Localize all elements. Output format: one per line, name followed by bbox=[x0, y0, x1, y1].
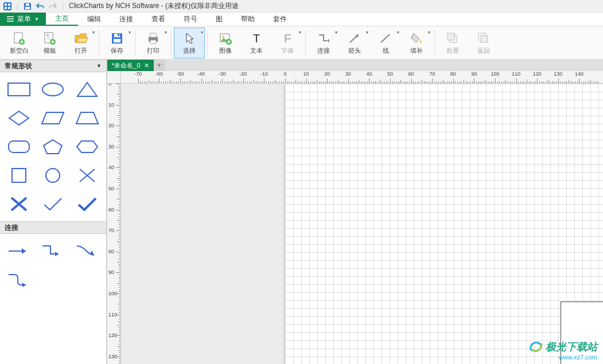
font-label: 字体 bbox=[281, 46, 294, 56]
ruler-v-label: 30 bbox=[108, 144, 114, 150]
ruler-v-label: 0 bbox=[108, 84, 111, 87]
svg-point-25 bbox=[155, 38, 157, 39]
font-button[interactable]: ▾ F 字体 bbox=[272, 28, 303, 58]
menu-dropdown-icon: ▼ bbox=[34, 17, 39, 22]
ruler-h-label: 140 bbox=[575, 71, 583, 77]
shape-check-thin[interactable] bbox=[40, 193, 67, 216]
arrow-button[interactable]: ▾ 箭头 bbox=[339, 28, 370, 58]
svg-rect-24 bbox=[150, 40, 156, 44]
shape-x-thin[interactable] bbox=[74, 164, 100, 187]
connector-elbow-arrow[interactable] bbox=[40, 240, 67, 263]
image-button[interactable]: 图像 bbox=[210, 28, 241, 58]
menu-tab-7[interactable]: 套件 bbox=[264, 13, 296, 26]
menu-tab-4[interactable]: 符号 bbox=[174, 13, 207, 26]
redo-icon[interactable] bbox=[48, 1, 58, 11]
back-button[interactable]: 返回 bbox=[468, 28, 499, 58]
image-label: 图像 bbox=[219, 46, 232, 56]
open-button[interactable]: ▾ 打开 bbox=[65, 28, 96, 58]
close-icon[interactable]: ✕ bbox=[144, 62, 149, 69]
chevron-down-icon: ▾ bbox=[366, 30, 368, 35]
svg-text:F: F bbox=[284, 32, 291, 45]
ruler-v-label: 40 bbox=[108, 165, 114, 170]
shape-parallelogram[interactable] bbox=[40, 107, 67, 130]
save-button[interactable]: ▾ 保存 bbox=[102, 28, 133, 58]
print-button[interactable]: ▾ 打印 bbox=[138, 28, 169, 58]
shape-hexagon[interactable] bbox=[74, 135, 100, 158]
chevron-down-icon: ▾ bbox=[165, 30, 167, 35]
svg-rect-7 bbox=[26, 3, 29, 6]
ruler-horizontal[interactable]: -70-60-50-40-30-20-100102030405060708090… bbox=[121, 71, 603, 84]
fill-button[interactable]: ▾ 填补 bbox=[401, 28, 432, 58]
document-tabs: *未命名_0 ✕ + bbox=[107, 60, 603, 71]
select-button[interactable]: ▾ 选择 bbox=[174, 28, 205, 58]
connections-panel-header[interactable]: 连接 bbox=[0, 221, 106, 234]
titlebar: ClickCharts by NCH Software - (未授权)仅限非商业… bbox=[0, 0, 603, 13]
menu-tab-0[interactable]: 主页 bbox=[46, 13, 78, 26]
svg-rect-23 bbox=[150, 33, 156, 37]
shape-trapezoid[interactable] bbox=[74, 107, 100, 130]
text-button[interactable]: T 文本 bbox=[241, 28, 272, 58]
fill-icon bbox=[409, 30, 424, 46]
new-blank-button[interactable]: 新空白 bbox=[3, 28, 34, 58]
ruler-h-label: 130 bbox=[554, 71, 562, 77]
shape-ellipse[interactable] bbox=[40, 78, 67, 101]
front-button[interactable]: 前置 bbox=[437, 28, 468, 58]
connector-curve-arrow[interactable] bbox=[74, 240, 100, 263]
svg-rect-19 bbox=[114, 39, 120, 42]
app-icon[interactable] bbox=[2, 1, 13, 11]
fill-label: 填补 bbox=[410, 46, 423, 56]
connector-rounded-elbow[interactable] bbox=[6, 268, 32, 291]
svg-rect-36 bbox=[481, 36, 488, 42]
workspace: 常规形状 ▼ 连接 bbox=[0, 60, 603, 364]
svg-rect-2 bbox=[8, 3, 10, 6]
ruler-h-label: 110 bbox=[512, 71, 520, 77]
canvas-page[interactable] bbox=[285, 84, 603, 364]
placed-rectangle[interactable] bbox=[561, 302, 603, 364]
undo-icon[interactable] bbox=[35, 1, 45, 11]
viewport[interactable] bbox=[121, 84, 603, 364]
open-label: 打开 bbox=[75, 46, 87, 56]
shape-circle[interactable] bbox=[40, 164, 67, 187]
menu-tab-5[interactable]: 图 bbox=[207, 13, 232, 26]
template-button[interactable]: 模板 bbox=[34, 28, 65, 58]
ruler-h-label: -30 bbox=[219, 71, 226, 77]
ruler-h-label: -50 bbox=[176, 71, 184, 77]
menu-button[interactable]: 菜单 ▼ bbox=[0, 13, 46, 26]
menu-tab-3[interactable]: 查看 bbox=[142, 13, 174, 26]
shapes-panel-header[interactable]: 常规形状 ▼ bbox=[0, 60, 106, 72]
ruler-h-label: -40 bbox=[197, 71, 205, 77]
menu-tab-1[interactable]: 编辑 bbox=[78, 13, 110, 26]
shapes-panel-title: 常规形状 bbox=[5, 61, 32, 71]
ruler-h-label: 120 bbox=[533, 71, 542, 77]
save-icon[interactable] bbox=[22, 1, 33, 11]
connector-straight-arrow[interactable] bbox=[6, 240, 32, 263]
shape-triangle[interactable] bbox=[74, 78, 100, 101]
menu-tab-6[interactable]: 帮助 bbox=[232, 13, 264, 26]
document-tab[interactable]: *未命名_0 ✕ bbox=[107, 60, 154, 71]
connect-label: 连接 bbox=[317, 46, 330, 56]
connect-button[interactable]: ▾ 连接 bbox=[308, 28, 339, 58]
shape-square[interactable] bbox=[6, 164, 32, 187]
svg-rect-4 bbox=[8, 7, 10, 9]
arrow-label: 箭头 bbox=[348, 46, 361, 56]
shape-x-thick[interactable] bbox=[6, 193, 32, 216]
shape-rectangle[interactable] bbox=[6, 78, 32, 101]
shapes-grid bbox=[0, 72, 106, 221]
shape-pentagon[interactable] bbox=[40, 135, 67, 158]
svg-rect-3 bbox=[5, 7, 7, 9]
shape-check-thick[interactable] bbox=[74, 193, 100, 216]
ruler-h-label: 30 bbox=[345, 71, 351, 77]
new-blank-icon bbox=[11, 30, 26, 46]
line-button[interactable]: ▾ 线 bbox=[370, 28, 401, 58]
chevron-down-icon: ▾ bbox=[335, 30, 337, 35]
ruler-vertical[interactable]: 0102030405060708090100110120130140 bbox=[107, 84, 121, 364]
shape-rounded-rect[interactable] bbox=[6, 135, 32, 158]
chevron-down-icon: ▾ bbox=[201, 30, 203, 35]
chevron-down-icon: ▾ bbox=[299, 30, 301, 35]
save-label: 保存 bbox=[111, 46, 123, 56]
menu-tab-2[interactable]: 连接 bbox=[110, 13, 142, 26]
svg-rect-6 bbox=[25, 7, 30, 9]
shape-diamond[interactable] bbox=[6, 107, 32, 130]
add-tab-button[interactable]: + bbox=[154, 60, 165, 71]
ruler-h-label: -20 bbox=[239, 71, 247, 77]
